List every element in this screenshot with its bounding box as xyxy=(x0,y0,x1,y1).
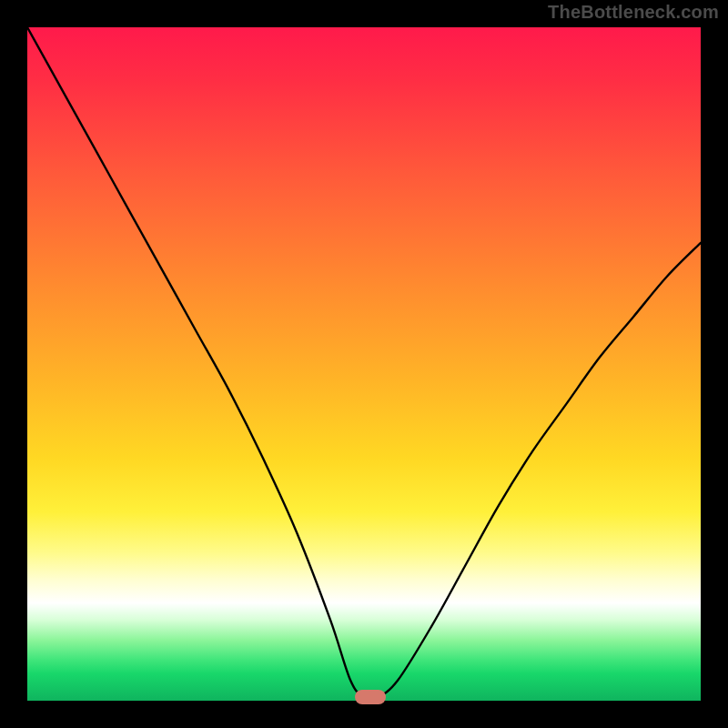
optimum-marker xyxy=(355,690,386,704)
plot-area xyxy=(27,27,701,701)
bottleneck-curve-path xyxy=(27,27,701,700)
bottleneck-curve-svg xyxy=(27,27,701,701)
chart-frame: TheBottleneck.com xyxy=(0,0,728,728)
watermark-text: TheBottleneck.com xyxy=(548,2,719,23)
